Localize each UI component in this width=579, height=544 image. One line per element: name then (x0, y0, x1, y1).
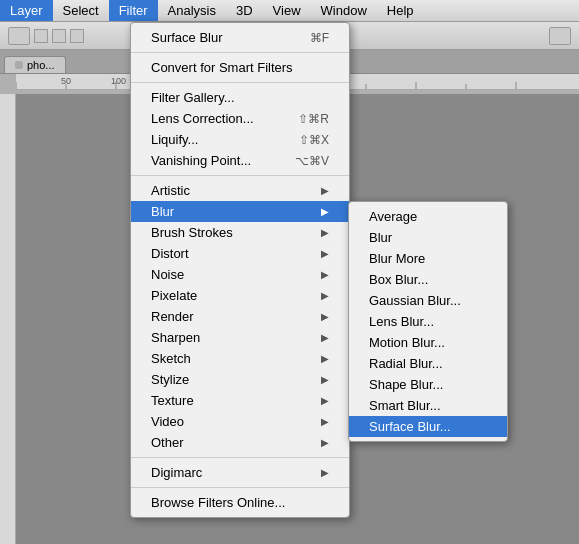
blur-smart[interactable]: Smart Blur... (349, 395, 507, 416)
filter-other[interactable]: Other ▶ (131, 432, 349, 453)
blur-box[interactable]: Box Blur... (349, 269, 507, 290)
filter-gallery[interactable]: Filter Gallery... (131, 87, 349, 108)
blur-box-label: Box Blur... (369, 272, 428, 287)
blur-blur-more[interactable]: Blur More (349, 248, 507, 269)
blur-submenu-container: Average Blur Blur More Box Blur... Gauss… (348, 201, 508, 442)
filter-video[interactable]: Video ▶ (131, 411, 349, 432)
filter-noise[interactable]: Noise ▶ (131, 264, 349, 285)
filter-texture-label: Texture (151, 393, 194, 408)
distort-arrow: ▶ (321, 248, 329, 259)
filter-liquify[interactable]: Liquify... ⇧⌘X (131, 129, 349, 150)
filter-blur-label: Blur (151, 204, 174, 219)
filter-gallery-label: Filter Gallery... (151, 90, 235, 105)
tool-options2-icon[interactable] (52, 29, 66, 43)
sketch-arrow: ▶ (321, 353, 329, 364)
filter-dropdown-container: Surface Blur ⌘F Convert for Smart Filter… (130, 22, 350, 518)
filter-vanishing-shortcut: ⌥⌘V (295, 154, 329, 168)
filter-brush-strokes[interactable]: Brush Strokes ▶ (131, 222, 349, 243)
document-tab[interactable]: pho... (4, 56, 66, 73)
blur-smart-label: Smart Blur... (369, 398, 441, 413)
filter-menu: Surface Blur ⌘F Convert for Smart Filter… (130, 22, 350, 518)
filter-render-label: Render (151, 309, 194, 324)
filter-liquify-label: Liquify... (151, 132, 198, 147)
filter-vanishing-point[interactable]: Vanishing Point... ⌥⌘V (131, 150, 349, 171)
menu-window[interactable]: Window (311, 0, 377, 21)
filter-texture[interactable]: Texture ▶ (131, 390, 349, 411)
separator-4 (131, 457, 349, 458)
blur-surface[interactable]: Surface Blur... (349, 416, 507, 437)
filter-blur[interactable]: Blur ▶ Average Blur Blur More Box Blur..… (131, 201, 349, 222)
filter-sharpen[interactable]: Sharpen ▶ (131, 327, 349, 348)
blur-shape[interactable]: Shape Blur... (349, 374, 507, 395)
menu-select[interactable]: Select (53, 0, 109, 21)
svg-text:100: 100 (111, 76, 126, 86)
filter-sharpen-label: Sharpen (151, 330, 200, 345)
filter-browse-online-label: Browse Filters Online... (151, 495, 285, 510)
tab-label: pho... (27, 59, 55, 71)
menu-bar: Layer Select Filter Analysis 3D View Win… (0, 0, 579, 22)
tool-options-icon[interactable] (34, 29, 48, 43)
form-controls[interactable] (549, 27, 571, 45)
blur-gaussian-label: Gaussian Blur... (369, 293, 461, 308)
tool-icon[interactable] (8, 27, 30, 45)
filter-convert-smart-label: Convert for Smart Filters (151, 60, 293, 75)
filter-distort[interactable]: Distort ▶ (131, 243, 349, 264)
filter-sketch-label: Sketch (151, 351, 191, 366)
filter-stylize-label: Stylize (151, 372, 189, 387)
noise-arrow: ▶ (321, 269, 329, 280)
filter-liquify-shortcut: ⇧⌘X (299, 133, 329, 147)
menu-filter[interactable]: Filter (109, 0, 158, 21)
filter-pixelate-label: Pixelate (151, 288, 197, 303)
filter-convert-smart[interactable]: Convert for Smart Filters (131, 57, 349, 78)
filter-stylize[interactable]: Stylize ▶ (131, 369, 349, 390)
blur-submenu: Average Blur Blur More Box Blur... Gauss… (348, 201, 508, 442)
filter-vanishing-point-label: Vanishing Point... (151, 153, 251, 168)
other-arrow: ▶ (321, 437, 329, 448)
brush-arrow: ▶ (321, 227, 329, 238)
blur-average[interactable]: Average (349, 206, 507, 227)
filter-sketch[interactable]: Sketch ▶ (131, 348, 349, 369)
filter-browse-online[interactable]: Browse Filters Online... (131, 492, 349, 513)
filter-surface-blur-shortcut: ⌘F (310, 31, 329, 45)
blur-motion[interactable]: Motion Blur... (349, 332, 507, 353)
blur-arrow: ▶ (321, 206, 329, 217)
filter-artistic[interactable]: Artistic ▶ (131, 180, 349, 201)
menu-view[interactable]: View (263, 0, 311, 21)
blur-blur[interactable]: Blur (349, 227, 507, 248)
filter-distort-label: Distort (151, 246, 189, 261)
filter-video-label: Video (151, 414, 184, 429)
menu-3d[interactable]: 3D (226, 0, 263, 21)
artistic-arrow: ▶ (321, 185, 329, 196)
filter-lens-correction[interactable]: Lens Correction... ⇧⌘R (131, 108, 349, 129)
blur-more-label: Blur More (369, 251, 425, 266)
filter-pixelate[interactable]: Pixelate ▶ (131, 285, 349, 306)
menu-help[interactable]: Help (377, 0, 424, 21)
separator-3 (131, 175, 349, 176)
menu-layer[interactable]: Layer (0, 0, 53, 21)
blur-lens[interactable]: Lens Blur... (349, 311, 507, 332)
filter-digimarc[interactable]: Digimarc ▶ (131, 462, 349, 483)
filter-artistic-label: Artistic (151, 183, 190, 198)
filter-surface-blur[interactable]: Surface Blur ⌘F (131, 27, 349, 48)
blur-blur-label: Blur (369, 230, 392, 245)
tool-options3-icon[interactable] (70, 29, 84, 43)
ruler-vertical (0, 94, 16, 544)
filter-render[interactable]: Render ▶ (131, 306, 349, 327)
blur-surface-label: Surface Blur... (369, 419, 451, 434)
filter-lens-correction-label: Lens Correction... (151, 111, 254, 126)
filter-other-label: Other (151, 435, 184, 450)
blur-gaussian[interactable]: Gaussian Blur... (349, 290, 507, 311)
filter-noise-label: Noise (151, 267, 184, 282)
menu-analysis[interactable]: Analysis (158, 0, 226, 21)
blur-lens-label: Lens Blur... (369, 314, 434, 329)
separator-5 (131, 487, 349, 488)
blur-motion-label: Motion Blur... (369, 335, 445, 350)
blur-radial[interactable]: Radial Blur... (349, 353, 507, 374)
texture-arrow: ▶ (321, 395, 329, 406)
filter-surface-blur-label: Surface Blur (151, 30, 223, 45)
pixelate-arrow: ▶ (321, 290, 329, 301)
filter-lens-shortcut: ⇧⌘R (298, 112, 329, 126)
separator-1 (131, 52, 349, 53)
digimarc-arrow: ▶ (321, 467, 329, 478)
svg-text:50: 50 (61, 76, 71, 86)
